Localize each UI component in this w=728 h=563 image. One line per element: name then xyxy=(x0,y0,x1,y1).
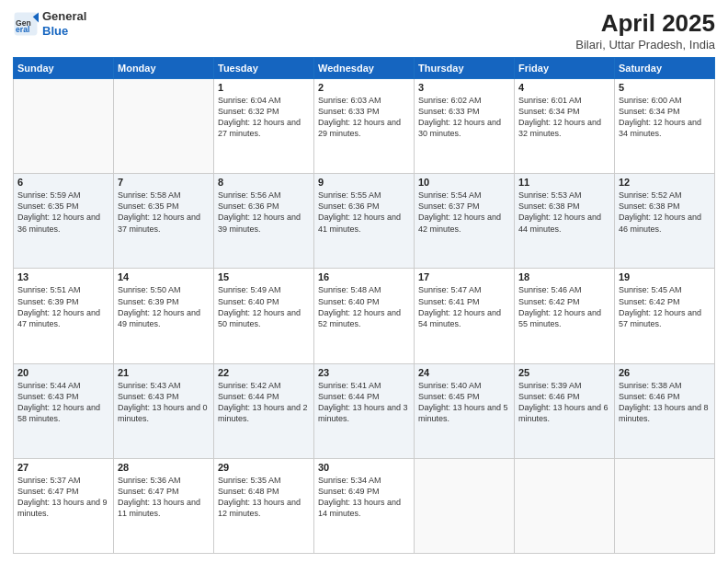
day-number: 12 xyxy=(619,177,711,188)
calendar-day-cell: 26Sunrise: 5:38 AM Sunset: 6:46 PM Dayli… xyxy=(615,363,715,458)
day-info: Sunrise: 5:53 AM Sunset: 6:38 PM Dayligh… xyxy=(518,190,610,235)
day-number: 9 xyxy=(318,177,410,188)
calendar-day-cell: 13Sunrise: 5:51 AM Sunset: 6:39 PM Dayli… xyxy=(14,269,114,363)
calendar-day-cell: 22Sunrise: 5:42 AM Sunset: 6:44 PM Dayli… xyxy=(214,363,314,458)
day-number: 22 xyxy=(218,367,310,378)
calendar-day-cell: 1Sunrise: 6:04 AM Sunset: 6:32 PM Daylig… xyxy=(214,79,314,174)
day-info: Sunrise: 5:54 AM Sunset: 6:37 PM Dayligh… xyxy=(418,190,510,235)
day-info: Sunrise: 5:41 AM Sunset: 6:44 PM Dayligh… xyxy=(318,380,410,425)
calendar-day-header: Wednesday xyxy=(314,58,415,79)
day-number: 29 xyxy=(218,462,310,473)
calendar-day-cell: 28Sunrise: 5:36 AM Sunset: 6:47 PM Dayli… xyxy=(114,458,214,553)
day-number: 27 xyxy=(17,462,109,473)
day-info: Sunrise: 5:44 AM Sunset: 6:43 PM Dayligh… xyxy=(17,380,109,425)
calendar-table: SundayMondayTuesdayWednesdayThursdayFrid… xyxy=(13,57,715,554)
day-info: Sunrise: 5:58 AM Sunset: 6:35 PM Dayligh… xyxy=(118,190,210,235)
day-number: 6 xyxy=(17,177,109,188)
logo-blue: Blue xyxy=(42,24,86,39)
day-number: 17 xyxy=(418,271,510,282)
page: Gen eral General Blue April 2025 Bilari,… xyxy=(0,0,728,563)
calendar-header-row: SundayMondayTuesdayWednesdayThursdayFrid… xyxy=(14,58,715,79)
day-number: 21 xyxy=(118,367,210,378)
calendar-week-row: 6Sunrise: 5:59 AM Sunset: 6:35 PM Daylig… xyxy=(14,174,715,269)
title-block: April 2025 Bilari, Uttar Pradesh, India xyxy=(575,9,715,52)
day-info: Sunrise: 5:40 AM Sunset: 6:45 PM Dayligh… xyxy=(418,380,510,425)
calendar-week-row: 20Sunrise: 5:44 AM Sunset: 6:43 PM Dayli… xyxy=(14,363,715,458)
logo-general: General xyxy=(42,9,86,24)
day-info: Sunrise: 6:03 AM Sunset: 6:33 PM Dayligh… xyxy=(318,95,410,140)
day-number: 19 xyxy=(619,271,711,282)
calendar-day-cell: 21Sunrise: 5:43 AM Sunset: 6:43 PM Dayli… xyxy=(114,363,214,458)
day-number: 1 xyxy=(218,82,310,93)
day-info: Sunrise: 5:37 AM Sunset: 6:47 PM Dayligh… xyxy=(17,475,109,520)
calendar-day-cell: 30Sunrise: 5:34 AM Sunset: 6:49 PM Dayli… xyxy=(314,458,415,553)
calendar-day-cell: 8Sunrise: 5:56 AM Sunset: 6:36 PM Daylig… xyxy=(214,174,314,269)
day-info: Sunrise: 5:52 AM Sunset: 6:38 PM Dayligh… xyxy=(619,190,711,235)
day-info: Sunrise: 6:02 AM Sunset: 6:33 PM Dayligh… xyxy=(418,95,510,140)
day-number: 14 xyxy=(118,271,210,282)
day-info: Sunrise: 6:00 AM Sunset: 6:34 PM Dayligh… xyxy=(619,95,711,140)
day-number: 4 xyxy=(518,82,610,93)
day-number: 8 xyxy=(218,177,310,188)
calendar-day-cell: 4Sunrise: 6:01 AM Sunset: 6:34 PM Daylig… xyxy=(515,79,615,174)
logo: Gen eral General Blue xyxy=(13,9,86,38)
day-number: 13 xyxy=(17,271,109,282)
day-info: Sunrise: 5:50 AM Sunset: 6:39 PM Dayligh… xyxy=(118,284,210,329)
calendar-day-cell: 6Sunrise: 5:59 AM Sunset: 6:35 PM Daylig… xyxy=(14,174,114,269)
calendar-day-header: Sunday xyxy=(14,58,114,79)
day-info: Sunrise: 5:48 AM Sunset: 6:40 PM Dayligh… xyxy=(318,284,410,329)
day-number: 23 xyxy=(318,367,410,378)
day-info: Sunrise: 5:43 AM Sunset: 6:43 PM Dayligh… xyxy=(118,380,210,425)
day-info: Sunrise: 6:04 AM Sunset: 6:32 PM Dayligh… xyxy=(218,95,310,140)
calendar-day-cell xyxy=(615,458,715,553)
calendar-day-header: Friday xyxy=(515,58,615,79)
calendar-day-cell xyxy=(114,79,214,174)
day-number: 10 xyxy=(418,177,510,188)
day-info: Sunrise: 5:34 AM Sunset: 6:49 PM Dayligh… xyxy=(318,475,410,520)
day-number: 16 xyxy=(318,271,410,282)
day-number: 7 xyxy=(118,177,210,188)
svg-text:eral: eral xyxy=(16,25,29,34)
calendar-week-row: 13Sunrise: 5:51 AM Sunset: 6:39 PM Dayli… xyxy=(14,269,715,363)
day-number: 15 xyxy=(218,271,310,282)
calendar-day-cell: 19Sunrise: 5:45 AM Sunset: 6:42 PM Dayli… xyxy=(615,269,715,363)
calendar-day-cell xyxy=(515,458,615,553)
day-number: 18 xyxy=(518,271,610,282)
calendar-day-header: Monday xyxy=(114,58,214,79)
day-info: Sunrise: 5:39 AM Sunset: 6:46 PM Dayligh… xyxy=(518,380,610,425)
calendar-day-cell: 11Sunrise: 5:53 AM Sunset: 6:38 PM Dayli… xyxy=(515,174,615,269)
calendar-day-cell: 16Sunrise: 5:48 AM Sunset: 6:40 PM Dayli… xyxy=(314,269,415,363)
calendar-day-header: Tuesday xyxy=(214,58,314,79)
calendar-day-cell: 18Sunrise: 5:46 AM Sunset: 6:42 PM Dayli… xyxy=(515,269,615,363)
day-number: 25 xyxy=(518,367,610,378)
day-info: Sunrise: 5:51 AM Sunset: 6:39 PM Dayligh… xyxy=(17,284,109,329)
calendar-day-header: Saturday xyxy=(615,58,715,79)
calendar-day-cell: 17Sunrise: 5:47 AM Sunset: 6:41 PM Dayli… xyxy=(415,269,515,363)
day-info: Sunrise: 5:59 AM Sunset: 6:35 PM Dayligh… xyxy=(17,190,109,235)
day-number: 24 xyxy=(418,367,510,378)
day-number: 5 xyxy=(619,82,711,93)
calendar-day-cell: 9Sunrise: 5:55 AM Sunset: 6:36 PM Daylig… xyxy=(314,174,415,269)
day-number: 28 xyxy=(118,462,210,473)
calendar-day-cell: 10Sunrise: 5:54 AM Sunset: 6:37 PM Dayli… xyxy=(415,174,515,269)
day-info: Sunrise: 5:36 AM Sunset: 6:47 PM Dayligh… xyxy=(118,475,210,520)
calendar-day-cell: 25Sunrise: 5:39 AM Sunset: 6:46 PM Dayli… xyxy=(515,363,615,458)
day-info: Sunrise: 5:42 AM Sunset: 6:44 PM Dayligh… xyxy=(218,380,310,425)
logo-text: General Blue xyxy=(42,9,86,38)
calendar-week-row: 27Sunrise: 5:37 AM Sunset: 6:47 PM Dayli… xyxy=(14,458,715,553)
day-info: Sunrise: 5:47 AM Sunset: 6:41 PM Dayligh… xyxy=(418,284,510,329)
day-info: Sunrise: 5:45 AM Sunset: 6:42 PM Dayligh… xyxy=(619,284,711,329)
day-number: 11 xyxy=(518,177,610,188)
calendar-day-cell: 7Sunrise: 5:58 AM Sunset: 6:35 PM Daylig… xyxy=(114,174,214,269)
calendar-week-row: 1Sunrise: 6:04 AM Sunset: 6:32 PM Daylig… xyxy=(14,79,715,174)
day-info: Sunrise: 5:49 AM Sunset: 6:40 PM Dayligh… xyxy=(218,284,310,329)
calendar-day-cell: 14Sunrise: 5:50 AM Sunset: 6:39 PM Dayli… xyxy=(114,269,214,363)
day-info: Sunrise: 5:46 AM Sunset: 6:42 PM Dayligh… xyxy=(518,284,610,329)
calendar-day-cell: 2Sunrise: 6:03 AM Sunset: 6:33 PM Daylig… xyxy=(314,79,415,174)
day-number: 26 xyxy=(619,367,711,378)
day-number: 3 xyxy=(418,82,510,93)
calendar-day-cell: 15Sunrise: 5:49 AM Sunset: 6:40 PM Dayli… xyxy=(214,269,314,363)
calendar-day-cell: 29Sunrise: 5:35 AM Sunset: 6:48 PM Dayli… xyxy=(214,458,314,553)
calendar-day-cell: 12Sunrise: 5:52 AM Sunset: 6:38 PM Dayli… xyxy=(615,174,715,269)
calendar-day-cell: 23Sunrise: 5:41 AM Sunset: 6:44 PM Dayli… xyxy=(314,363,415,458)
